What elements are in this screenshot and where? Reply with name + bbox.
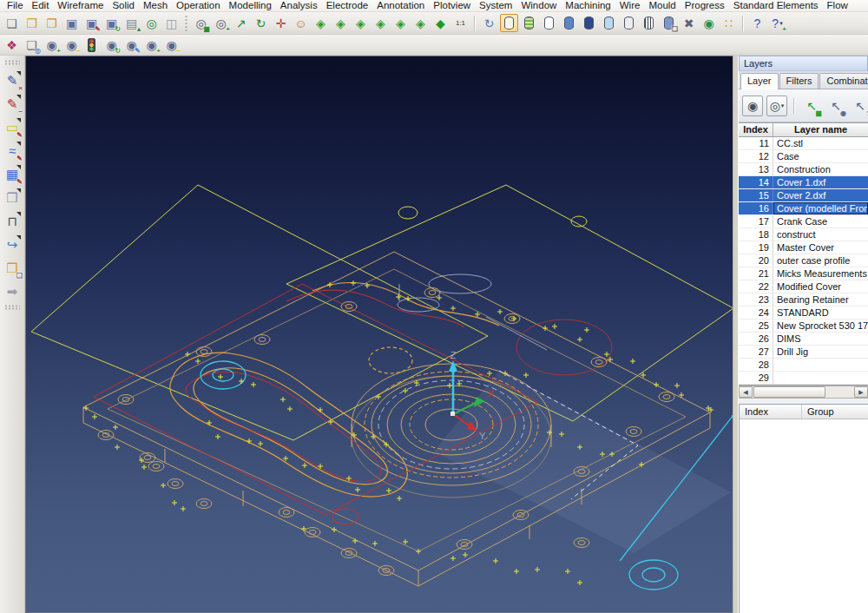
menu-item-wireframe[interactable]: Wireframe xyxy=(53,0,108,11)
menu-item-annotation[interactable]: Annotation xyxy=(372,0,429,11)
dimension-tools-icon[interactable]: ⊓ xyxy=(2,210,23,232)
curve-edit-icon[interactable]: ✎~ xyxy=(2,93,23,115)
web-tools-icon[interactable]: ◉ xyxy=(700,14,718,32)
show-entities-icon[interactable]: ◉+ xyxy=(43,36,61,54)
layer-states-icon[interactable] xyxy=(82,36,101,54)
layer-find-button[interactable]: ◎▾ xyxy=(766,96,787,116)
view-right-icon[interactable]: ◈ xyxy=(372,14,390,32)
layer-row-21[interactable]: 21Micks Measurements xyxy=(739,267,868,280)
column-header-layer-name[interactable]: Layer name xyxy=(773,123,868,136)
spline-edit-icon[interactable]: ≈✎ xyxy=(2,140,23,161)
print-icon[interactable]: ▤▴ xyxy=(122,14,141,32)
save-as-icon[interactable]: ▣✎ xyxy=(82,14,101,32)
zoom-window-icon[interactable]: ◎▦ xyxy=(192,14,210,32)
shading-hidden-line-icon[interactable] xyxy=(520,14,538,32)
menu-item-electrode[interactable]: Electrode xyxy=(322,0,373,11)
new-file-icon[interactable]: ❏ xyxy=(3,14,21,32)
scroll-left-button[interactable]: ◀ xyxy=(739,386,753,398)
layer-row-19[interactable]: 19Master Cover xyxy=(739,241,868,254)
tab-filters[interactable]: Filters xyxy=(779,73,819,89)
select-query-icon[interactable]: ↖? xyxy=(850,96,868,116)
scroll-track[interactable] xyxy=(753,386,853,398)
zoom-1to1-icon[interactable]: 1:1 xyxy=(451,14,470,32)
file-document-icon[interactable]: ❒❏ xyxy=(2,257,23,279)
shading-wireframe-icon[interactable] xyxy=(500,14,518,32)
print-preview-icon[interactable]: ◎ xyxy=(142,14,161,32)
view-iso-icon[interactable]: ◈ xyxy=(312,14,330,32)
menu-item-wire[interactable]: Wire xyxy=(615,0,645,11)
layer-row-29[interactable]: 29 xyxy=(739,372,868,385)
view-left-icon[interactable]: ◈ xyxy=(391,14,410,32)
refresh-view-icon[interactable]: ↻ xyxy=(480,14,498,32)
shading-clipboard-icon[interactable]: ❏ xyxy=(660,14,678,32)
layer-row-23[interactable]: 23Bearing Retainer xyxy=(739,293,868,306)
shaded-face-icon[interactable]: ☺ xyxy=(292,14,310,32)
layer-row-12[interactable]: 12Case xyxy=(739,150,868,163)
layer-row-20[interactable]: 20outer case profile xyxy=(739,254,868,267)
tab-combinations[interactable]: Combinations xyxy=(819,73,868,89)
shading-gouraud-icon[interactable] xyxy=(560,14,578,32)
hide-all-icon[interactable]: ◉− xyxy=(162,36,181,54)
transform-tools-icon[interactable]: ↪ xyxy=(2,234,23,255)
group-table-body[interactable] xyxy=(740,419,868,613)
zoom-previous-icon[interactable]: ◎+ xyxy=(212,14,230,32)
view-back-icon[interactable]: ◈ xyxy=(411,14,430,32)
layer-row-24[interactable]: 24STANDARD xyxy=(739,306,868,320)
column-header-group[interactable]: Group xyxy=(802,405,868,419)
column-header-index[interactable]: Index xyxy=(739,123,773,136)
surface-edit-icon[interactable]: ▦✎ xyxy=(2,163,23,185)
shading-transparent-icon[interactable] xyxy=(600,14,618,32)
layer-row-11[interactable]: 11CC.stl xyxy=(739,137,868,150)
hide-entities-icon[interactable]: ◉− xyxy=(62,36,81,54)
select-visible-icon[interactable]: ↖◉ xyxy=(825,96,846,116)
menu-item-progress[interactable]: Progress xyxy=(681,0,729,11)
view-front-icon[interactable]: ◈ xyxy=(352,14,370,32)
column-header-group-index[interactable]: Index xyxy=(740,405,802,419)
save-copy-icon[interactable]: ▣↻ xyxy=(102,14,121,32)
wireframe-edit-icon[interactable]: ✎× xyxy=(2,69,23,91)
menu-item-flow[interactable]: Flow xyxy=(823,0,852,11)
viewport-3d[interactable]: Z X Y xyxy=(25,56,733,613)
shading-hatch-icon[interactable] xyxy=(640,14,658,32)
show-all-icon[interactable]: ◉+ xyxy=(142,36,161,54)
layer-row-13[interactable]: 13Construction xyxy=(739,163,868,176)
help-icon[interactable]: ? xyxy=(748,14,766,32)
menu-item-modelling[interactable]: Modelling xyxy=(225,0,276,11)
scroll-right-button[interactable]: ▶ xyxy=(854,386,868,398)
menu-item-window[interactable]: Window xyxy=(516,0,561,11)
visibility-refresh-icon[interactable]: ◉↻ xyxy=(102,36,121,54)
layer-row-26[interactable]: 26DIMS xyxy=(739,333,868,346)
measure-vector-icon[interactable]: ↗ xyxy=(232,14,250,32)
menu-item-mould[interactable]: Mould xyxy=(644,0,680,11)
shading-flat-icon[interactable] xyxy=(620,14,638,32)
layer-visibility-button[interactable]: ◉ xyxy=(742,96,763,116)
save-icon[interactable]: ▣ xyxy=(62,14,81,32)
layer-row-28[interactable]: 28 xyxy=(739,359,868,372)
layer-row-18[interactable]: 18construct xyxy=(739,228,868,241)
visibility-edit-icon[interactable]: ◉✎ xyxy=(122,36,141,54)
split-view-icon[interactable]: ◫ xyxy=(162,14,181,32)
profile-edit-icon[interactable]: ▭✎ xyxy=(2,116,23,138)
solid-tools-icon[interactable]: ❒ xyxy=(2,187,23,208)
scroll-thumb[interactable] xyxy=(753,386,825,398)
menu-item-mesh[interactable]: Mesh xyxy=(139,0,172,11)
layer-row-15[interactable]: 15Cover 2.dxf xyxy=(739,189,868,202)
menu-item-analysis[interactable]: Analysis xyxy=(276,0,322,11)
layer-row-27[interactable]: 27Drill Jig xyxy=(739,346,868,359)
shading-phong-icon[interactable] xyxy=(580,14,598,32)
view-solid-icon[interactable]: ◆ xyxy=(431,14,450,32)
doc-preview-icon[interactable]: ❏◎ xyxy=(23,36,41,54)
menu-item-plotview[interactable]: Plotview xyxy=(429,0,475,11)
menu-item-file[interactable]: File xyxy=(3,0,28,11)
context-help-icon[interactable]: ?+▾ xyxy=(768,14,786,32)
menu-item-solid[interactable]: Solid xyxy=(108,0,139,11)
menu-item-standard-elements[interactable]: Standard Elements xyxy=(729,0,823,11)
entity-color-icon[interactable]: ❖ xyxy=(3,36,21,54)
tab-layer[interactable]: Layer xyxy=(740,73,779,89)
layer-row-16[interactable]: 16Cover (modelled From xyxy=(739,202,868,215)
layer-row-22[interactable]: 22Modified Cover xyxy=(739,280,868,293)
snap-points-icon[interactable]: ∷ xyxy=(720,14,738,32)
regen-icon[interactable]: ↻ xyxy=(252,14,270,32)
menu-item-system[interactable]: System xyxy=(475,0,516,11)
layer-row-14[interactable]: 14Cover 1.dxf xyxy=(739,176,868,189)
